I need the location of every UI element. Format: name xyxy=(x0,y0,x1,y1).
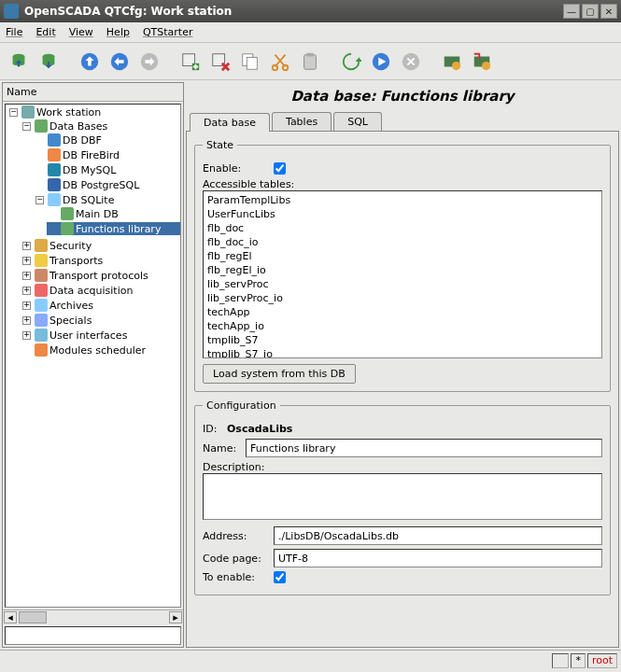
db-save-icon[interactable] xyxy=(35,49,62,75)
table-row[interactable]: tmplib_S7 xyxy=(205,333,600,347)
svg-point-19 xyxy=(482,62,490,70)
tree-root[interactable]: Work station xyxy=(36,106,101,119)
scheduler-icon xyxy=(35,343,48,357)
accessible-label: Accessible tables: xyxy=(203,178,294,190)
delete-item-icon[interactable] xyxy=(207,49,233,75)
menu-qtstarter[interactable]: QTStarter xyxy=(143,26,193,38)
paste-icon[interactable] xyxy=(297,49,323,75)
menubar: File Edit View Help QTStarter xyxy=(0,22,621,43)
security-icon xyxy=(35,239,48,252)
run-icon[interactable] xyxy=(368,49,394,75)
tree-filter-input[interactable] xyxy=(5,626,181,645)
accessible-tables-list[interactable]: ParamTemplLibsUserFuncLibsflb_docflb_doc… xyxy=(203,190,602,358)
table-row[interactable]: UserFuncLibs xyxy=(205,207,600,221)
up-icon[interactable] xyxy=(77,49,103,75)
window-title: OpenSCADA QTCfg: Work station xyxy=(24,5,561,18)
status-user[interactable]: root xyxy=(587,653,617,668)
expander-icon[interactable]: + xyxy=(22,287,31,295)
table-row[interactable]: techApp xyxy=(205,305,600,319)
db-icon xyxy=(48,178,61,191)
expander-icon[interactable]: − xyxy=(9,108,18,117)
expander-icon[interactable]: + xyxy=(22,257,31,265)
name-input[interactable] xyxy=(246,439,602,457)
tabs: Data base Tables SQL xyxy=(186,112,619,131)
tree-scheduler[interactable]: Modules scheduler xyxy=(49,344,146,357)
codepage-label: Code page: xyxy=(203,553,268,565)
toolbar xyxy=(0,43,621,80)
tree-specials[interactable]: Specials xyxy=(49,315,92,327)
tree-daq[interactable]: Data acquisition xyxy=(49,285,133,297)
table-row[interactable]: flb_regEl xyxy=(205,249,600,263)
menu-file[interactable]: File xyxy=(6,26,22,38)
menu-edit[interactable]: Edit xyxy=(35,26,55,38)
tree-transports[interactable]: Transports xyxy=(49,255,103,267)
address-input[interactable] xyxy=(274,526,602,545)
tree-db-dbf[interactable]: DB DBF xyxy=(63,134,102,147)
minimize-button[interactable]: — xyxy=(563,4,580,19)
description-textarea[interactable] xyxy=(203,473,602,520)
load-system-button[interactable]: Load system from this DB xyxy=(203,364,356,384)
expander-icon[interactable]: + xyxy=(22,316,31,325)
tab-tables[interactable]: Tables xyxy=(272,112,332,131)
expander-icon[interactable]: − xyxy=(35,196,44,204)
tree-db-firebird[interactable]: DB FireBird xyxy=(63,149,120,161)
table-row[interactable]: flb_regEl_io xyxy=(205,263,600,277)
expander-icon[interactable]: + xyxy=(22,242,31,250)
tree-db-sqlite[interactable]: DB SQLite xyxy=(63,194,114,206)
tree-security[interactable]: Security xyxy=(49,240,92,252)
expander-icon[interactable]: + xyxy=(22,301,31,310)
tree-main-db[interactable]: Main DB xyxy=(76,208,119,220)
toenable-checkbox[interactable] xyxy=(274,571,286,583)
cut-icon[interactable] xyxy=(267,49,293,75)
tree[interactable]: −Work station −Data Bases DB DBF DB Fire… xyxy=(5,104,181,608)
tab-database[interactable]: Data base xyxy=(190,113,270,132)
expander-icon[interactable]: + xyxy=(22,272,31,280)
tool1-icon[interactable] xyxy=(439,49,465,75)
menu-view[interactable]: View xyxy=(69,26,93,38)
enable-label: Enable: xyxy=(203,162,268,175)
svg-rect-9 xyxy=(247,57,257,69)
table-row[interactable]: tmplib_S7_io xyxy=(205,347,600,358)
right-panel: Data base: Functions library Data base T… xyxy=(186,82,619,648)
tab-body: State Enable: Accessible tables: ParamTe… xyxy=(186,131,619,648)
table-row[interactable]: techApp_io xyxy=(205,319,600,333)
add-item-icon[interactable] xyxy=(177,49,204,75)
expander-icon[interactable]: + xyxy=(22,331,31,340)
tree-archives[interactable]: Archives xyxy=(49,300,93,312)
table-row[interactable]: lib_servProc xyxy=(205,277,600,291)
db-icon xyxy=(48,148,61,161)
back-icon[interactable] xyxy=(106,49,133,75)
table-row[interactable]: ParamTemplLibs xyxy=(205,193,600,207)
tree-databases[interactable]: Data Bases xyxy=(49,120,107,133)
close-button[interactable]: ✕ xyxy=(600,4,617,19)
daq-icon xyxy=(35,284,48,297)
forward-icon[interactable] xyxy=(136,49,162,75)
tree-db-pg[interactable]: DB PostgreSQL xyxy=(63,179,139,191)
stop-icon[interactable] xyxy=(398,49,424,75)
name-label: Name: xyxy=(203,442,240,455)
tree-db-mysql[interactable]: DB MySQL xyxy=(63,164,116,176)
copy-icon[interactable] xyxy=(237,49,263,75)
statusbar: * root xyxy=(0,650,621,670)
status-modified: * xyxy=(571,653,586,668)
svg-point-10 xyxy=(273,64,278,70)
db-load-icon[interactable] xyxy=(6,49,32,75)
tree-header[interactable]: Name xyxy=(3,83,183,102)
tree-func-lib[interactable]: Functions library xyxy=(76,223,161,235)
table-row[interactable]: flb_doc_io xyxy=(205,235,600,249)
maximize-button[interactable]: ▢ xyxy=(582,4,599,19)
codepage-input[interactable] xyxy=(274,549,602,567)
expander-icon[interactable]: − xyxy=(22,122,31,131)
tab-sql[interactable]: SQL xyxy=(333,112,382,131)
table-row[interactable]: flb_doc xyxy=(205,221,600,235)
table-row[interactable]: lib_servProc_io xyxy=(205,291,600,305)
menu-help[interactable]: Help xyxy=(106,26,130,38)
tree-protocols[interactable]: Transport protocols xyxy=(49,270,148,282)
tree-ui[interactable]: User interfaces xyxy=(49,329,127,342)
ui-icon xyxy=(35,329,48,342)
address-label: Address: xyxy=(203,530,268,542)
tool2-icon[interactable] xyxy=(469,49,495,75)
enable-checkbox[interactable] xyxy=(274,162,286,175)
refresh-icon[interactable] xyxy=(338,49,364,75)
tree-hscroll[interactable]: ◂▸ xyxy=(3,609,183,624)
